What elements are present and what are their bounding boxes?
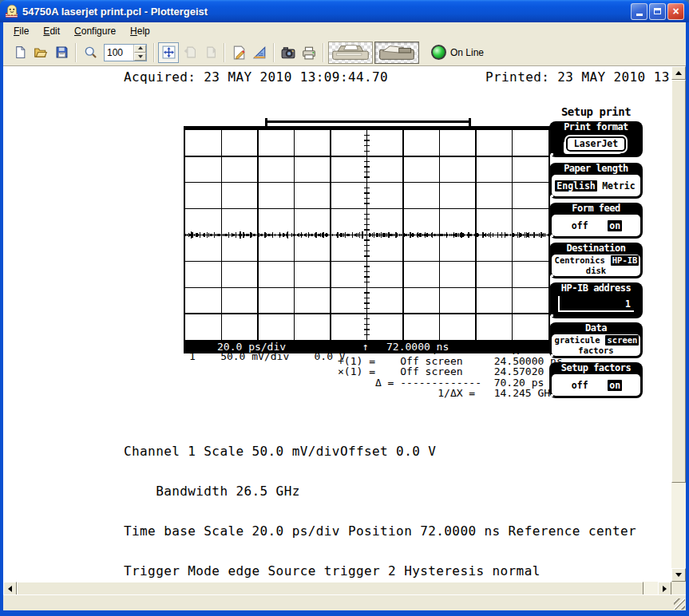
status-bar <box>3 594 686 610</box>
maximize-icon <box>654 8 661 14</box>
fit-page-button[interactable] <box>158 42 179 63</box>
option-off: off <box>570 220 590 231</box>
app-icon <box>5 4 19 18</box>
timebase-settings-line: Time base Scale 20.0 ps/div Position 72.… <box>124 523 636 539</box>
zoom-level-spinner[interactable] <box>104 44 147 61</box>
zoom-decrease-button[interactable] <box>134 53 146 61</box>
open-file-button[interactable] <box>30 42 51 63</box>
panel-title: HP-IB address <box>549 282 643 294</box>
laserjet-option: LaserJet <box>566 136 626 152</box>
plotter-output-button[interactable] <box>374 41 419 64</box>
menu-configure[interactable]: Configure <box>67 24 123 38</box>
hpib-address-value: 1 <box>625 298 631 310</box>
camera-icon <box>281 45 295 60</box>
option-on: on <box>608 220 622 231</box>
horizontal-scroll-thumb[interactable] <box>17 582 643 595</box>
magnifier-icon <box>84 45 97 59</box>
zoom-increase-button[interactable] <box>134 45 146 53</box>
hpib-address-field: 1 <box>558 296 634 312</box>
toolbar-separator <box>153 43 155 62</box>
print-setup-button[interactable] <box>228 42 249 63</box>
snapshot-button[interactable] <box>278 42 299 63</box>
option-off: off <box>570 380 590 391</box>
acquisition-window-bracket <box>265 118 471 126</box>
panel-title: Destination <box>549 243 643 255</box>
new-document-icon <box>14 45 27 59</box>
toolbar-separator <box>323 43 324 62</box>
panel-destination: Destination Centronics HP-IB disk <box>549 243 643 278</box>
scroll-up-button[interactable] <box>671 66 686 80</box>
laserjet-output-button[interactable] <box>328 41 373 64</box>
acquired-timestamp: Acquired: 23 MAY 2010 13:09:44.70 <box>124 69 388 85</box>
option-centronics: Centronics <box>553 255 607 266</box>
previous-page-icon <box>183 45 196 59</box>
print-button[interactable] <box>299 42 319 63</box>
save-button[interactable] <box>51 42 72 63</box>
toolbar: On Line <box>3 39 686 66</box>
setup-print-header: Setup print <box>549 105 643 118</box>
marker-table: Y X +(1) = Off screen 24.50000 ns ×(1) =… <box>338 346 563 398</box>
vertical-scroll-thumb[interactable] <box>671 80 686 483</box>
panel-title: Setup factors <box>549 362 643 374</box>
minimize-button[interactable] <box>631 3 647 20</box>
menu-help[interactable]: Help <box>123 24 157 38</box>
window-title: 54750A laserjet print.pcl - Plottergeist <box>22 6 631 18</box>
option-hpib: HP-IB <box>611 255 640 266</box>
panel-data: Data graticule screen factors <box>549 322 643 358</box>
menu-edit[interactable]: Edit <box>36 24 67 38</box>
panel-paper-length: Paper length English Metric <box>549 163 643 199</box>
save-icon <box>55 45 69 59</box>
scroll-left-button[interactable] <box>3 582 17 595</box>
arrow-up-icon <box>675 68 682 75</box>
toolbar-separator <box>224 43 225 62</box>
option-factors: factors <box>576 346 615 356</box>
zoom-button[interactable] <box>80 42 101 63</box>
menu-bar: File Edit Configure Help <box>3 22 686 39</box>
arrow-down-icon <box>675 573 682 580</box>
close-button[interactable]: × <box>667 3 684 20</box>
panel-hpib-address: HP-IB address 1 <box>549 282 643 318</box>
plotter-printer-icon <box>375 42 418 63</box>
window-frame: File Edit Configure Help <box>3 22 686 610</box>
graticule-grid-and-trace <box>185 130 548 340</box>
fit-page-icon <box>162 45 176 59</box>
arrow-right-icon <box>663 586 670 592</box>
close-icon: × <box>672 6 679 17</box>
panel-title: Data <box>549 322 643 334</box>
document-view: Acquired: 23 MAY 2010 13:09:44.70 Printe… <box>3 66 671 582</box>
resize-grip[interactable] <box>674 598 685 610</box>
scrollbar-corner <box>671 582 686 595</box>
panel-title: Paper length <box>549 163 643 175</box>
open-folder-icon <box>34 45 48 60</box>
option-graticule: graticule <box>553 335 602 346</box>
scroll-down-button[interactable] <box>671 568 686 582</box>
marker-row-freq: 1/ΔX = 14.245 GHz <box>338 387 556 399</box>
option-screen: screen <box>605 335 639 346</box>
vertical-scrollbar[interactable] <box>671 66 686 582</box>
panel-form-feed: Form feed off on <box>549 203 643 239</box>
app-window: 54750A laserjet print.pcl - Plottergeist… <box>0 0 689 616</box>
toolbar-separator <box>273 43 275 62</box>
measure-button[interactable] <box>249 42 270 63</box>
new-document-button[interactable] <box>10 42 30 63</box>
toolbar-separator <box>75 43 77 62</box>
previous-page-button[interactable] <box>179 42 200 63</box>
panel-title: Print format <box>549 121 643 133</box>
option-disk: disk <box>584 266 608 276</box>
channel-readout: 1 50.0 mV/div 0.0 V <box>189 351 346 361</box>
horizontal-scrollbar[interactable] <box>3 582 671 595</box>
menu-file[interactable]: File <box>6 24 36 38</box>
scroll-right-button[interactable] <box>658 582 671 595</box>
bandwidth-line: Bandwidth 26.5 GHz <box>124 484 300 499</box>
printed-timestamp: Printed: 23 MAY 2010 13: <box>485 69 671 85</box>
panel-print-format: Print format LaserJet <box>549 121 643 157</box>
option-english: English <box>555 180 596 192</box>
printer-icon <box>302 45 316 60</box>
next-page-icon <box>204 45 217 59</box>
title-bar[interactable]: 54750A laserjet print.pcl - Plottergeist… <box>0 0 689 22</box>
next-page-button[interactable] <box>200 42 220 63</box>
trigger-settings-line: Trigger Mode edge Source trigger 2 Hyste… <box>124 563 541 578</box>
zoom-level-input[interactable] <box>105 45 133 61</box>
maximize-button[interactable] <box>649 3 666 20</box>
option-on: on <box>608 380 622 391</box>
